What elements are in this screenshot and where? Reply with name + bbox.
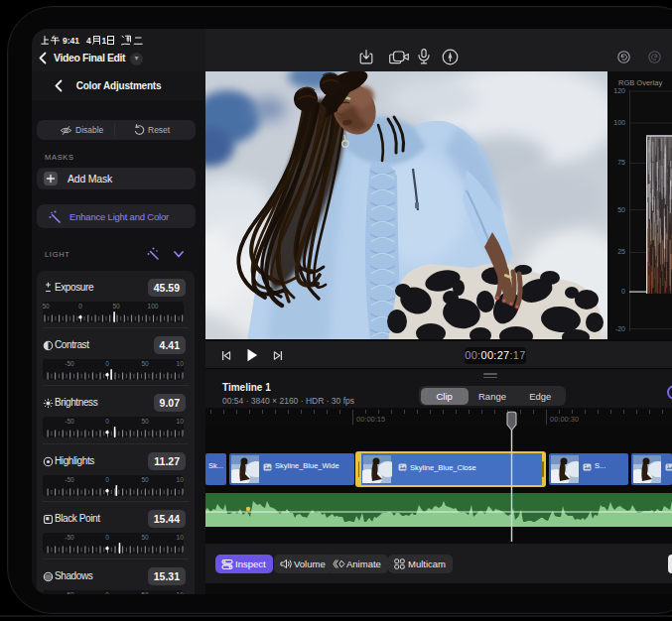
svg-text:100: 100 (177, 591, 184, 594)
svg-text:50: 50 (141, 360, 149, 367)
svg-text:50: 50 (141, 418, 149, 425)
svg-text:100: 100 (177, 360, 184, 367)
svg-text:-50: -50 (65, 591, 74, 594)
svg-text:-50: -50 (65, 360, 74, 367)
svg-text:RGB Overlay: RGB Overlay (618, 78, 662, 87)
svg-text:-20: -20 (615, 325, 625, 332)
svg-text:0: 0 (105, 418, 109, 425)
svg-text:0: 0 (105, 360, 109, 367)
svg-text:100: 100 (177, 418, 184, 425)
svg-text:4: 4 (86, 36, 91, 46)
svg-text:120: 120 (613, 87, 625, 94)
svg-text:75: 75 (617, 159, 625, 166)
svg-text:-50: -50 (65, 418, 74, 425)
svg-text:100: 100 (177, 476, 184, 483)
svg-text:0: 0 (105, 534, 109, 541)
svg-text:0: 0 (105, 591, 109, 594)
svg-text:-50: -50 (65, 534, 74, 541)
svg-text:00:00:15: 00:00:15 (356, 415, 385, 424)
svg-text:0: 0 (78, 303, 82, 310)
svg-text:9:41: 9:41 (63, 36, 79, 46)
svg-text:100: 100 (148, 303, 159, 310)
svg-text:50: 50 (141, 476, 149, 483)
svg-text:1: 1 (102, 36, 107, 46)
svg-text:0: 0 (621, 288, 625, 295)
svg-text:-50: -50 (65, 476, 74, 483)
svg-text:50: 50 (617, 206, 625, 213)
svg-text:100: 100 (177, 534, 184, 541)
svg-text:0: 0 (105, 476, 109, 483)
svg-text:25: 25 (617, 248, 625, 255)
svg-text:50: 50 (141, 591, 149, 594)
svg-text:50: 50 (141, 534, 149, 541)
svg-text:50: 50 (112, 303, 120, 310)
svg-text:-50: -50 (43, 303, 50, 310)
svg-text:00:00:30: 00:00:30 (550, 415, 579, 424)
svg-text:100: 100 (613, 119, 625, 126)
